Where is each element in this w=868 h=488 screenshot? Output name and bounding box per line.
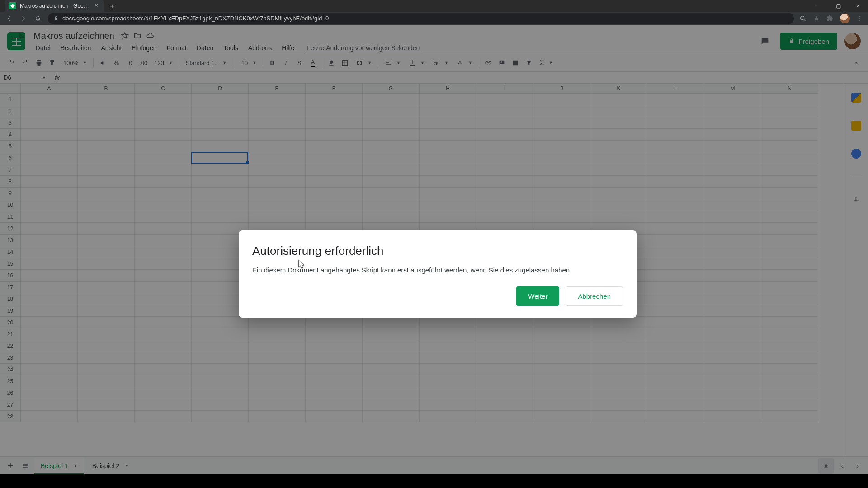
url-field[interactable]: docs.google.com/spreadsheets/d/1FKYLxFDp… (48, 13, 794, 24)
tab-title: Makros aufzeichnen - Google Ta (20, 3, 90, 9)
dialog-body: Ein diesem Dokument angehängtes Skript k… (252, 266, 623, 274)
svg-point-3 (859, 20, 861, 21)
zoom-icon[interactable] (799, 15, 807, 22)
svg-point-2 (859, 18, 861, 19)
bookmark-star-icon[interactable] (813, 15, 820, 22)
sheets-favicon (9, 2, 16, 9)
svg-point-0 (801, 16, 804, 19)
kebab-menu-icon[interactable] (856, 15, 863, 22)
window-maximize[interactable]: ▢ (828, 0, 848, 12)
nav-reload[interactable] (33, 14, 42, 23)
url-text: docs.google.com/spreadsheets/d/1FKYLxFDp… (62, 15, 329, 22)
svg-point-1 (859, 16, 861, 17)
continue-button[interactable]: Weiter (516, 286, 559, 306)
browser-tab[interactable]: Makros aufzeichnen - Google Ta × (5, 0, 104, 12)
nav-forward[interactable] (19, 14, 28, 23)
lock-icon (53, 16, 59, 21)
tab-strip: Makros aufzeichnen - Google Ta × + — ▢ ✕ (0, 0, 868, 12)
new-tab-button[interactable]: + (107, 1, 118, 12)
window-controls: — ▢ ✕ (808, 0, 868, 12)
browser-chrome: Makros aufzeichnen - Google Ta × + — ▢ ✕… (0, 0, 868, 25)
profile-avatar[interactable] (840, 14, 850, 23)
address-bar: docs.google.com/spreadsheets/d/1FKYLxFDp… (0, 12, 868, 25)
nav-back[interactable] (5, 14, 14, 23)
authorization-dialog: Autorisierung erforderlich Ein diesem Do… (239, 230, 637, 318)
letterbox-bottom (0, 474, 868, 488)
cancel-button[interactable]: Abbrechen (566, 286, 623, 306)
sheets-app: Makros aufzeichnen Datei Bearbeiten Ansi… (0, 25, 868, 474)
extensions-icon[interactable] (826, 15, 834, 22)
dialog-title: Autorisierung erforderlich (252, 244, 623, 258)
tab-close-icon[interactable]: × (93, 3, 99, 9)
window-close[interactable]: ✕ (848, 0, 868, 12)
window-minimize[interactable]: — (808, 0, 828, 12)
